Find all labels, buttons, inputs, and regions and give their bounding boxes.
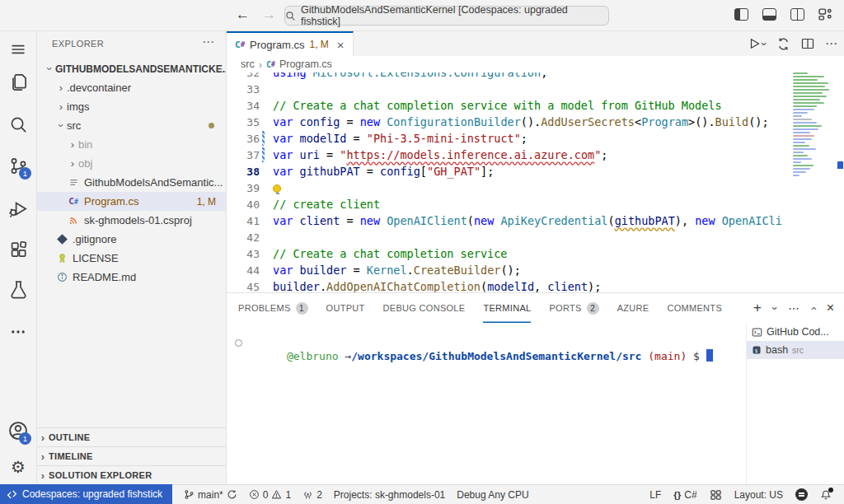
tree-item-obj[interactable]: ›obj [37,154,226,173]
panel-tab-terminal[interactable]: TERMINAL [483,293,531,323]
tree-item-sk-ghmodels-01-csproj[interactable]: sk-ghmodels-01.csproj [37,211,226,230]
panel-tab-comments[interactable]: COMMENTS [667,293,722,323]
tree-item-readme-md[interactable]: README.md [37,268,226,287]
accounts-icon[interactable]: 1 [0,417,36,445]
breadcrumb-file[interactable]: Program.cs [279,58,332,70]
tree-item-label: GITHUBMODELSANDSEMANTICKE... [55,63,226,75]
code-line-44[interactable]: 44var builder = Kernel.CreateBuilder(); [227,262,790,278]
toggle-panel-icon[interactable] [762,8,776,21]
remote-icon [7,489,17,500]
eol-indicator[interactable]: LF [649,489,661,501]
explorer-more-actions-icon[interactable]: ⋯ [202,35,214,49]
command-center-search[interactable]: GithubModelsAndSemanticKernel [Codespace… [284,6,609,26]
tree-item-gitignore[interactable]: .gitignore [37,230,226,249]
maximize-panel-icon[interactable]: › [807,306,819,310]
panel-tab-azure[interactable]: AZURE [617,293,649,323]
extensions-icon[interactable] [0,236,36,264]
run-dropdown-icon[interactable]: › [757,42,770,45]
compare-changes-icon[interactable] [776,37,790,51]
copilot-status-icon[interactable] [795,488,808,501]
tree-item-githubmodelsandsemanticke[interactable]: ›GITHUBMODELSANDSEMANTICKE... [37,59,226,78]
terminal-list-item-github-cod[interactable]: GitHub Cod... [747,323,844,341]
tab-close-icon[interactable]: × [337,38,345,52]
status-bar: Codespaces: upgraded fishstick main* 0 1… [0,484,844,504]
branch-indicator[interactable]: main* [184,489,237,501]
menu-icon[interactable] [0,35,36,63]
more-views-icon[interactable] [0,318,36,346]
tree-item-program-cs[interactable]: C#Program.cs1, M [37,192,226,211]
run-and-debug-icon[interactable] [0,194,36,222]
csdevkit-indicator[interactable] [710,488,722,501]
projects-indicator[interactable]: Projects: sk-ghmodels-01 [334,489,445,501]
panel-more-actions-icon[interactable]: ⋯ [788,301,799,315]
panel-tab-ports[interactable]: PORTS2 [549,293,598,323]
ports-indicator[interactable]: 2 [302,489,322,501]
nav-forward-icon[interactable]: → [262,7,276,23]
code-line-34[interactable]: 34// Create a chat completion service wi… [227,97,790,114]
section-timeline[interactable]: ›TIMELINE [37,446,226,465]
code-line-45[interactable]: 45builder.AddOpenAIChatCompletion(modelI… [227,278,790,292]
section-outline[interactable]: ›OUTLINE [37,427,226,446]
panel-tab-output[interactable]: OUTPUT [326,293,365,323]
problems-indicator[interactable]: 0 1 [249,489,291,501]
code-line-38[interactable]: 38var githubPAT = config["GH_PAT"]; [227,163,790,180]
terminal-list-item-bash[interactable]: $bashsrc [747,341,844,359]
command-decoration-icon[interactable] [235,339,242,347]
settings-gear-icon[interactable]: ⚙ [0,453,36,481]
close-panel-icon[interactable]: × [827,301,834,315]
terminal-dropdown-icon[interactable]: › [769,306,781,310]
errors-icon [249,489,260,500]
tree-item-bin[interactable]: ›bin [37,135,226,154]
tree-item-devcontainer[interactable]: ›.devcontainer [37,78,226,97]
language-indicator[interactable]: {} C# [673,489,696,501]
tree-item-license[interactable]: LICENSE [37,249,226,268]
run-button[interactable]: › [748,37,766,50]
remote-indicator[interactable]: Codespaces: upgraded fishstick [0,484,172,504]
code-line-43[interactable]: 43// Create a chat completion service [227,245,790,262]
toggle-sidebar-icon[interactable] [734,8,748,21]
code-line-42[interactable]: 42 [227,229,790,245]
tab-program-cs[interactable]: C# Program.cs 1, M × [227,31,354,56]
tree-item-imgs[interactable]: ›imgs [37,97,226,116]
keyboard-layout-indicator[interactable]: Layout: US [734,489,783,501]
gutter-modified-indicator [260,130,267,147]
explorer-icon[interactable] [0,68,36,96]
breadcrumb[interactable]: src › C# Program.cs [227,56,844,72]
gutter [260,229,267,245]
panel-tab-debug-console[interactable]: DEBUG CONSOLE [383,293,466,323]
code-line-39[interactable]: 39 [227,180,790,196]
new-terminal-icon[interactable]: + [753,300,762,316]
code-line-40[interactable]: 40// create client [227,196,790,212]
tree-item-src[interactable]: ›src [37,116,226,135]
source-control-icon[interactable]: 1 [0,152,36,180]
split-editor-icon[interactable] [801,37,814,50]
lightbulb-icon[interactable] [273,184,281,193]
code-line-36[interactable]: 36var modelId = "Phi-3.5-mini-instruct"; [227,130,790,147]
terminal[interactable]: @elbruno →/workspaces/GithubModelsAndSem… [227,323,745,484]
toggle-secondary-sidebar-icon[interactable] [790,8,804,21]
terminal-branch: (main) [648,350,687,362]
nav-back-icon[interactable]: ← [236,7,250,23]
gutter [260,114,267,130]
panel-tab-problems[interactable]: PROBLEMS1 [238,293,308,323]
search-view-icon[interactable] [0,110,36,138]
section-solution-explorer[interactable]: ›SOLUTION EXPLORER [37,465,226,484]
code-line-41[interactable]: 41var client = new OpenAIClient(new ApiK… [227,212,790,229]
code-line-35[interactable]: 35var config = new ConfigurationBuilder(… [227,114,790,130]
sidebar-sections: ›OUTLINE›TIMELINE›SOLUTION EXPLORER [37,427,226,484]
sync-icon[interactable] [227,489,237,500]
code-line-37[interactable]: 37var uri = "https://models.inference.ai… [227,147,790,163]
svg-text:$: $ [755,348,758,353]
breadcrumb-folder[interactable]: src [241,58,255,70]
notifications-bell[interactable] [820,489,832,501]
code-editor[interactable]: 32using Microsoft.Extensions.Configurati… [227,72,790,292]
code-line-33[interactable]: 33 [227,81,790,97]
minimap[interactable] [790,72,834,181]
info-icon [55,272,68,282]
editor-more-actions-icon[interactable]: ⋯ [825,36,837,51]
tree-item-githubmodelsandsemantic[interactable]: GithubModelsAndSemantic... [37,173,226,192]
debug-target-indicator[interactable]: Debug Any CPU [457,489,528,501]
testing-icon[interactable] [0,275,36,303]
code-line-32[interactable]: 32using Microsoft.Extensions.Configurati… [227,72,790,81]
customize-layout-icon[interactable] [818,8,832,21]
